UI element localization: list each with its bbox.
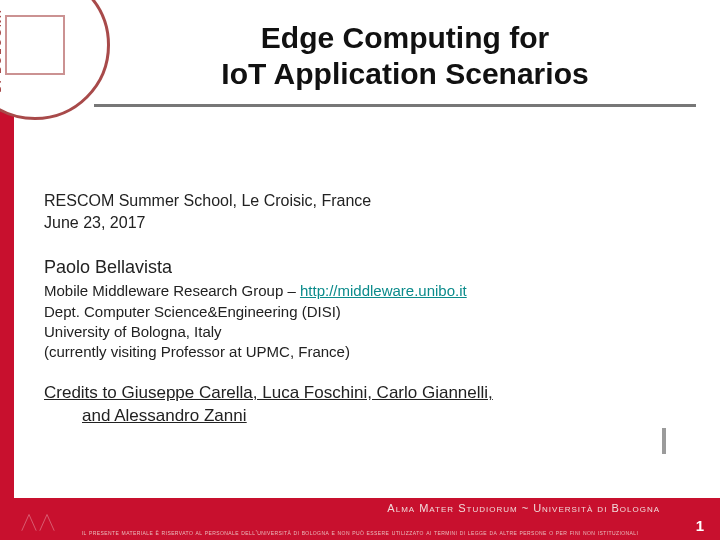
seal-side-text: DI BOLOGNA [0,0,3,120]
group-link[interactable]: http://middleware.unibo.it [300,282,467,299]
author-dept: Dept. Computer Science&Engineering (DISI… [44,302,680,322]
footer-ornament-icon [20,504,56,534]
author-group-prefix: Mobile Middleware Research Group – [44,282,300,299]
right-gray-marker [662,428,666,454]
title-block: Edge Computing for IoT Application Scena… [120,20,690,92]
title-line-1: Edge Computing for [261,21,549,54]
title-divider [94,104,696,107]
footer-motto: Alma Mater Studiorum ~ Università di Bol… [387,502,660,514]
author-visiting: (currently visiting Professor at UPMC, F… [44,342,680,362]
event-block: RESCOM Summer School, Le Croisic, France… [44,190,680,233]
author-university: University of Bologna, Italy [44,322,680,342]
event-venue: RESCOM Summer School, Le Croisic, France [44,190,680,212]
credits-block: Credits to Giuseppe Carella, Luca Foschi… [44,382,680,428]
body-content: RESCOM Summer School, Le Croisic, France… [44,190,680,428]
credits-line-1: Credits to Giuseppe Carella, Luca Foschi… [44,382,680,405]
title-line-2: IoT Application Scenarios [221,57,588,90]
credits-line-2: and Alessandro Zanni [82,405,680,428]
seal-inner-box [5,15,65,75]
author-group: Mobile Middleware Research Group – http:… [44,281,680,301]
footer-fineprint: il presente materiale è riservato al per… [60,529,660,536]
author-name: Paolo Bellavista [44,255,680,279]
slide: STUDIOR DI BOLOGNA Edge Computing for Io… [0,0,720,540]
footer-bar: Alma Mater Studiorum ~ Università di Bol… [0,498,720,540]
university-seal: STUDIOR DI BOLOGNA [0,0,110,120]
page-number: 1 [696,517,704,534]
event-date: June 23, 2017 [44,212,680,234]
